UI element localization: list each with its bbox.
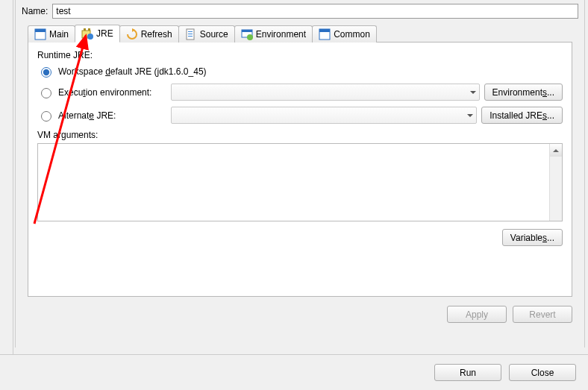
alternate-jre-row: Alternate JRE: Installed JREs... [37,107,563,124]
tab-label: Refresh [141,29,172,40]
tab-refresh[interactable]: Refresh [119,25,179,43]
svg-rect-9 [188,36,193,37]
apply-button[interactable]: Apply [447,306,507,323]
close-button[interactable]: Close [509,364,576,381]
tab-label: Source [200,29,228,40]
execution-env-label: Execution environment: [58,87,166,98]
workspace-default-row: Workspace default JRE (jdk1.6.0_45) [37,65,563,78]
execution-env-row: Execution environment: Environments... [37,84,563,101]
revert-button[interactable]: Revert [513,306,572,323]
environments-button[interactable]: Environments... [484,84,563,101]
name-label: Name: [22,6,48,16]
svg-rect-11 [242,30,252,32]
runtime-jre-title: Runtime JRE: [37,50,563,60]
tab-label: Main [49,29,69,40]
variables-button[interactable]: Variables... [502,229,563,246]
run-button[interactable]: Run [434,364,501,381]
tab-label: Environment [256,29,306,40]
chevron-down-icon [467,114,473,117]
tab-jre[interactable]: JRE [75,25,120,43]
name-row: Name: [22,4,578,19]
alternate-jre-label: Alternate JRE: [58,110,166,121]
vm-arguments-box [37,143,563,221]
vm-arguments-label: VM arguments: [37,130,563,140]
svg-rect-7 [188,31,193,32]
chevron-up-icon [553,149,559,152]
panel-button-row: Apply Revert [28,306,572,323]
svg-rect-8 [188,34,193,34]
common-tab-icon [319,28,331,40]
main-tab-icon [34,28,46,40]
dialog-button-bar: Run Close [0,354,588,390]
svg-point-5 [87,34,93,40]
svg-rect-14 [319,29,330,32]
svg-rect-3 [84,28,86,31]
installed-jres-button[interactable]: Installed JREs... [481,107,563,124]
workspace-default-radio[interactable] [41,67,51,78]
svg-rect-4 [88,28,90,31]
left-side-strip [0,0,13,354]
alternate-jre-combo[interactable] [171,107,477,124]
vm-arguments-textarea[interactable] [38,144,549,221]
tab-label: Common [334,29,370,40]
tab-source[interactable]: Source [178,25,235,43]
jre-panel: Runtime JRE: Workspace default JRE (jdk1… [28,42,572,297]
vm-scrollbar[interactable] [549,144,562,221]
tab-label: JRE [96,28,113,39]
execution-env-radio[interactable] [41,88,51,98]
alternate-jre-radio[interactable] [41,111,51,122]
tab-bar: Main JRE Refresh Source [28,25,578,43]
tab-main[interactable]: Main [28,25,75,43]
svg-rect-1 [35,29,46,32]
tab-environment[interactable]: Environment [234,25,313,43]
svg-point-12 [247,34,253,40]
variables-row: Variables... [37,229,563,246]
source-tab-icon [185,28,197,40]
tab-common[interactable]: Common [312,25,377,43]
refresh-tab-icon [126,28,138,40]
jre-tab-icon [81,28,93,40]
scroll-up-button[interactable] [550,144,562,157]
execution-env-combo[interactable] [171,84,480,101]
main-panel: Name: Main JRE Refresh [15,0,585,347]
workspace-default-label: Workspace default JRE (jdk1.6.0_45) [58,66,207,77]
environment-tab-icon [241,28,253,40]
chevron-down-icon [470,91,476,94]
name-input[interactable] [52,4,578,19]
